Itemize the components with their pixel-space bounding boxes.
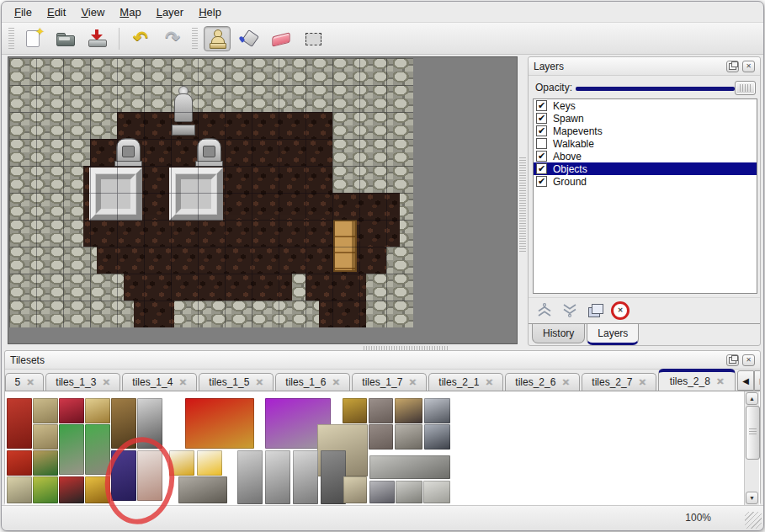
lower-layer-button[interactable] [559,301,581,321]
checkbox-checked-icon[interactable]: ✔ [536,176,547,187]
tab-close-icon[interactable]: ✕ [255,377,263,388]
tile-anvil-wheel[interactable] [59,476,84,503]
tile-palm-plant[interactable] [59,424,84,475]
layer-row-mapevents[interactable]: ✔Mapevents [534,125,757,137]
tile-wall-segment-b1[interactable] [396,481,422,503]
tile-wooden-shelf[interactable] [395,398,422,423]
tile-vanity-mirror[interactable] [85,398,110,423]
scroll-down-button[interactable]: ▼ [746,492,758,504]
tab-layers[interactable]: Layers [587,324,639,345]
checkbox-checked-icon[interactable]: ✔ [536,100,547,111]
tile-red-throne[interactable] [185,398,254,449]
tile-green-flag[interactable] [33,476,58,503]
tile-wall-segment-b2[interactable] [423,481,450,503]
tilesets-close-button[interactable]: ✕ [742,354,755,366]
map-object-wooden-crate[interactable] [333,220,357,272]
tile-small-obelisk[interactable] [343,476,367,503]
tileset-tab-tiles_1_6[interactable]: tiles_1_6✕ [275,373,350,391]
menu-view[interactable]: View [73,3,112,21]
tab-close-icon[interactable]: ✕ [716,376,724,387]
layer-row-above[interactable]: ✔Above [534,150,757,162]
tile-weapon-rack-bottom[interactable] [33,424,58,450]
tile-gargoyle-statue[interactable] [321,450,346,504]
redo-button[interactable]: ↷ [159,26,186,51]
fill-tool-button[interactable] [236,26,263,51]
tile-stone-pillar[interactable] [369,481,395,503]
tile-bush-plant[interactable] [85,424,110,475]
raise-layer-button[interactable] [534,301,555,321]
tab-close-icon[interactable]: ✕ [408,377,416,388]
eraser-tool-button[interactable] [268,26,295,51]
tile-rubble-pile[interactable] [395,424,422,450]
select-tool-button[interactable] [300,26,327,51]
tile-red-cushion[interactable] [59,398,84,423]
toolbar-drag-handle[interactable] [8,28,14,50]
tile-bookshelf[interactable] [33,450,58,476]
tileset-tab-5[interactable]: 5✕ [5,373,44,391]
checkbox-checked-icon[interactable]: ✔ [536,125,547,136]
map-canvas[interactable] [8,56,518,344]
scroll-up-button[interactable]: ▲ [746,392,758,405]
checkbox-checked-icon[interactable]: ✔ [536,113,547,124]
vertical-splitter-grip[interactable] [519,157,526,252]
tile-wall-segment-top[interactable] [369,455,450,479]
tileset-tab-tiles_2_1[interactable]: tiles_2_1✕ [428,373,503,391]
opacity-slider-handle[interactable] [735,81,756,95]
save-map-button[interactable] [84,26,111,51]
tileset-tab-tiles_1_4[interactable]: tiles_1_4✕ [122,373,197,391]
menu-layer[interactable]: Layer [149,3,192,21]
tileset-tab-tiles_2_6[interactable]: tiles_2_6✕ [505,373,580,391]
tile-angel-statue-b[interactable] [293,450,318,504]
resize-grip[interactable] [745,512,762,529]
tab-close-icon[interactable]: ✕ [26,377,34,388]
tile-wooden-door[interactable] [111,398,136,449]
layer-row-walkable[interactable]: Walkable [534,137,757,150]
layer-row-ground[interactable]: ✔Ground [534,175,757,188]
vertical-splitter[interactable] [518,56,528,344]
tab-scroll-left-button[interactable]: ◀ [737,370,754,391]
tab-close-icon[interactable]: ✕ [485,377,492,388]
tile-angel-statue-a[interactable] [265,450,290,504]
tile-hooded-statue[interactable] [237,450,263,504]
map-object-hooded-statue[interactable] [171,85,196,136]
checkbox-checked-icon[interactable]: ✔ [536,163,547,174]
scrollbar-thumb[interactable] [746,406,760,460]
tile-portrait-painting[interactable] [343,398,367,423]
tileset-scrollbar[interactable]: ▲ ▼ [744,391,759,505]
layer-row-objects[interactable]: ✔Objects [534,162,757,175]
tile-weapon-rack-top[interactable] [33,398,58,423]
checkbox-unchecked-icon[interactable] [536,138,547,149]
tile-gold-pile[interactable] [197,450,222,476]
opacity-slider[interactable] [576,87,735,91]
map-object-tombstone-right[interactable] [197,138,221,166]
tile-parchment[interactable] [7,476,32,503]
tileset-tab-tiles_1_7[interactable]: tiles_1_7✕ [352,373,427,391]
tile-gray-gate[interactable] [137,398,162,449]
tab-close-icon[interactable]: ✕ [178,377,186,388]
menu-file[interactable]: File [7,3,40,21]
layers-float-button[interactable] [726,61,739,72]
open-map-button[interactable] [52,26,79,51]
new-map-button[interactable]: ✦ [20,26,47,51]
tile-gold-chain[interactable] [169,450,194,476]
tile-white-bed[interactable] [137,450,162,501]
menu-edit[interactable]: Edit [40,3,73,21]
tile-armor-body[interactable] [424,424,450,450]
tile-armor-helm[interactable] [424,398,450,423]
tab-scroll-right-button[interactable]: ▶ [754,370,760,391]
tab-close-icon[interactable]: ✕ [561,377,569,388]
delete-layer-button[interactable]: ✕ [609,301,631,321]
map-object-stone-platform-left[interactable] [89,168,142,221]
layer-row-spawn[interactable]: ✔Spawn [534,112,757,125]
tileset-content[interactable]: ▲ ▼ [5,391,760,505]
tab-close-icon[interactable]: ✕ [638,377,645,388]
tile-red-banner[interactable] [7,398,32,449]
tile-gold-cross[interactable] [85,476,110,503]
tab-close-icon[interactable]: ✕ [102,377,109,388]
tile-emblem-banner[interactable] [7,450,32,476]
layer-row-keys[interactable]: ✔Keys [534,99,757,112]
stamp-tool-button[interactable] [204,26,231,51]
map-object-stone-platform-right[interactable] [169,168,223,221]
menu-map[interactable]: Map [112,3,148,21]
tile-stone-block-a[interactable] [369,398,393,423]
